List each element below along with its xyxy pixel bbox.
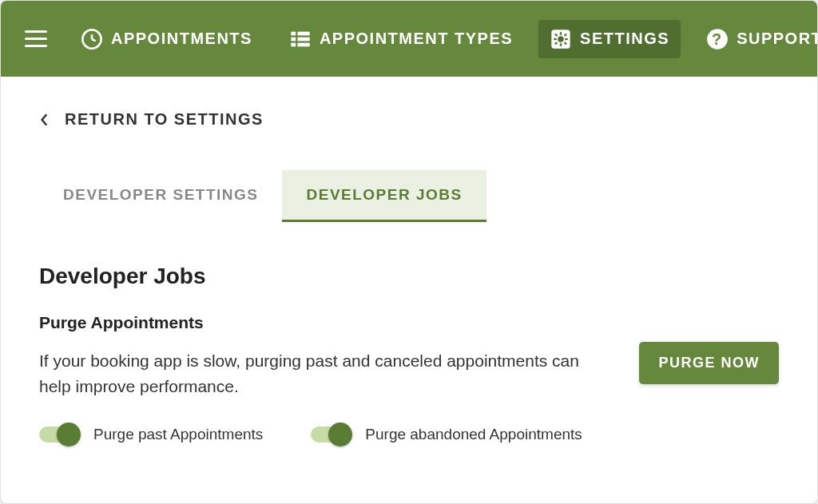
tab-label: DEVELOPER SETTINGS (63, 186, 258, 203)
return-label: RETURN TO SETTINGS (65, 110, 264, 129)
chevron-left-icon (39, 114, 50, 125)
nav-items: APPOINTMENTS APPOINTMENT TYPES (69, 20, 818, 58)
svg-rect-12 (560, 43, 562, 46)
tabs: DEVELOPER SETTINGS DEVELOPER JOBS (39, 170, 779, 222)
toggle-switch-past[interactable] (39, 427, 77, 442)
svg-rect-4 (297, 31, 309, 35)
toggle-knob (328, 423, 352, 446)
toggle-label: Purge past Appointments (93, 426, 263, 443)
toggle-row: Purge past Appointments Purge abandoned … (39, 426, 779, 443)
app-window: APPOINTMENTS APPOINTMENT TYPES (0, 0, 818, 504)
svg-rect-5 (291, 37, 296, 41)
toggle-purge-past: Purge past Appointments (39, 426, 263, 443)
purge-description: If your booking app is slow, purging pas… (39, 348, 607, 399)
purge-text: Purge Appointments If your booking app i… (39, 313, 607, 399)
return-to-settings[interactable]: RETURN TO SETTINGS (39, 110, 779, 129)
purge-subheading: Purge Appointments (39, 313, 607, 332)
svg-rect-8 (297, 42, 309, 46)
svg-rect-6 (297, 37, 309, 41)
purge-block: Purge Appointments If your booking app i… (39, 313, 779, 399)
svg-rect-13 (554, 38, 557, 39)
tab-label: DEVELOPER JOBS (306, 186, 462, 203)
nav-label: SETTINGS (580, 30, 669, 48)
toggle-purge-abandoned: Purge abandoned Appointments (311, 426, 582, 443)
tab-developer-jobs[interactable]: DEVELOPER JOBS (282, 170, 486, 222)
nav-appointments[interactable]: APPOINTMENTS (69, 20, 264, 58)
nav-support[interactable]: ? SUPPORT (695, 20, 818, 58)
list-icon (289, 28, 312, 50)
toggle-knob (57, 423, 81, 446)
tab-developer-settings[interactable]: DEVELOPER SETTINGS (39, 170, 282, 222)
purge-now-button[interactable]: PURGE NOW (639, 342, 779, 384)
svg-rect-7 (291, 42, 296, 46)
nav-label: APPOINTMENT TYPES (320, 30, 513, 48)
svg-point-10 (558, 36, 563, 42)
nav-appointment-types[interactable]: APPOINTMENT TYPES (278, 20, 524, 58)
svg-line-2 (92, 39, 96, 41)
gear-icon (550, 28, 572, 50)
page-title: Developer Jobs (39, 264, 779, 289)
nav-settings[interactable]: SETTINGS (538, 20, 681, 58)
nav-label: SUPPORT (737, 30, 818, 48)
toggle-label: Purge abandoned Appointments (365, 426, 582, 443)
help-icon: ? (706, 28, 729, 50)
svg-rect-11 (560, 32, 562, 35)
svg-text:?: ? (712, 30, 723, 48)
content-area: RETURN TO SETTINGS DEVELOPER SETTINGS DE… (1, 77, 817, 503)
svg-rect-14 (565, 38, 568, 39)
top-nav: APPOINTMENTS APPOINTMENT TYPES (1, 1, 817, 77)
toggle-switch-abandoned[interactable] (311, 427, 349, 442)
clock-icon (81, 28, 103, 50)
menu-icon[interactable] (20, 23, 52, 55)
nav-label: APPOINTMENTS (111, 30, 252, 48)
svg-rect-3 (291, 31, 296, 35)
